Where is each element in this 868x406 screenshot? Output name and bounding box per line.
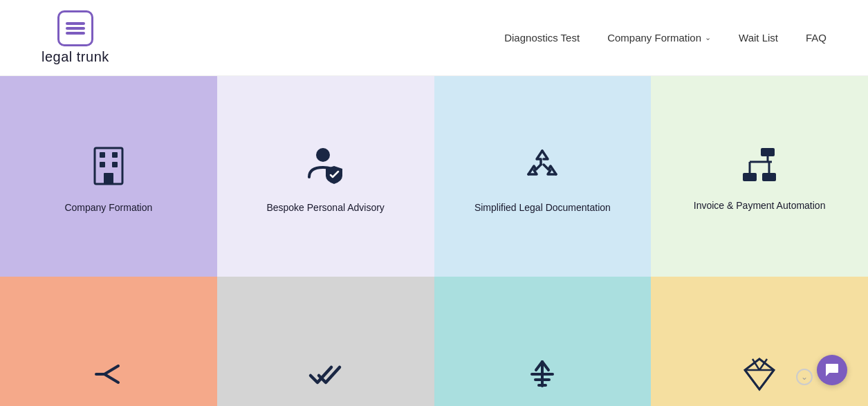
service-grid: Company Formation Bespoke Personal Advis…: [0, 76, 868, 406]
svg-rect-1: [100, 152, 105, 158]
double-check-icon: [306, 355, 344, 393]
svg-rect-2: [112, 152, 118, 158]
logo-line-2: [66, 27, 85, 30]
nav-diagnostics[interactable]: Diagnostics Test: [504, 32, 580, 44]
svg-rect-3: [100, 162, 105, 167]
svg-line-23: [745, 370, 759, 389]
svg-point-6: [316, 148, 330, 162]
nav-wait-list[interactable]: Wait List: [739, 32, 778, 44]
logo-icon: [57, 10, 93, 46]
sort-icon: [525, 355, 560, 393]
nav-company-formation[interactable]: Company Formation ⌄: [607, 32, 711, 44]
logo-line-1: [66, 22, 85, 25]
svg-rect-8: [743, 173, 757, 181]
card-invoice-automation-label: Invoice & Payment Automation: [694, 199, 826, 213]
person-shield-icon: [305, 145, 347, 187]
svg-line-24: [759, 370, 774, 389]
diamond-icon: [741, 355, 779, 393]
logo-text: legal trunk: [41, 49, 109, 65]
scroll-arrow-icon: ⌄: [801, 372, 808, 382]
chat-bubble[interactable]: [817, 355, 847, 385]
flow-chart-icon: [739, 147, 780, 185]
scroll-indicator[interactable]: ⌄: [796, 369, 813, 385]
nav-faq[interactable]: FAQ: [806, 32, 827, 44]
svg-rect-9: [762, 173, 776, 181]
share-icon: [89, 355, 127, 393]
card-legal-documentation[interactable]: Simplified Legal Documentation: [434, 76, 652, 277]
logo-area: legal trunk: [41, 10, 109, 65]
recycle-icon: [521, 145, 563, 187]
card-share[interactable]: [0, 277, 217, 406]
card-legal-documentation-label: Simplified Legal Documentation: [474, 201, 611, 215]
card-sort[interactable]: [434, 277, 652, 406]
card-personal-advisory[interactable]: Bespoke Personal Advisory: [217, 76, 434, 277]
card-company-formation-label: Company Formation: [64, 201, 152, 215]
svg-rect-4: [112, 162, 118, 167]
card-diamond[interactable]: [651, 277, 868, 406]
card-personal-advisory-label: Bespoke Personal Advisory: [266, 201, 384, 215]
card-company-formation[interactable]: Company Formation: [0, 76, 217, 277]
svg-marker-19: [745, 359, 774, 389]
header: legal trunk Diagnostics Test Company For…: [0, 0, 868, 76]
logo-wrapper: legal trunk: [41, 10, 109, 65]
logo-line-3: [66, 32, 85, 35]
building-icon: [89, 145, 128, 187]
main-nav: Diagnostics Test Company Formation ⌄ Wai…: [504, 32, 827, 44]
chevron-down-icon: ⌄: [705, 33, 711, 42]
card-invoice-automation[interactable]: Invoice & Payment Automation: [651, 76, 868, 277]
svg-rect-7: [761, 148, 775, 156]
card-check[interactable]: [217, 277, 434, 406]
svg-rect-5: [104, 173, 113, 184]
